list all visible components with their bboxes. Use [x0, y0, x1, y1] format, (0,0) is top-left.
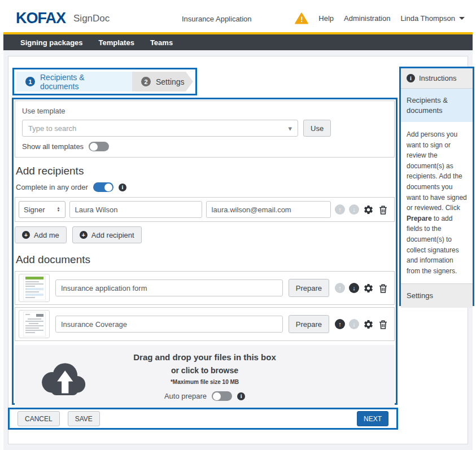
document-row: Prepare ↑ ↓: [15, 271, 395, 305]
recipient-role-select[interactable]: Signer ▲▼: [19, 201, 65, 218]
info-icon: i: [407, 74, 415, 82]
administration-link[interactable]: Administration: [344, 14, 390, 23]
use-template-panel: Use template Type to search ▾ Use Show a…: [15, 101, 395, 158]
template-search-placeholder: Type to search: [28, 124, 76, 133]
step-tabs: 1 Recipients & documents 2 Settings: [12, 68, 197, 95]
sort-arrows-icon: ▲▼: [57, 207, 60, 212]
use-template-label: Use template: [22, 107, 387, 115]
next-button[interactable]: NEXT: [357, 411, 388, 426]
add-documents-heading: Add documents: [16, 254, 394, 266]
user-name: Linda Thompson: [400, 14, 455, 23]
move-up-icon: ↑: [335, 283, 345, 293]
chevron-down-icon[interactable]: ▾: [288, 124, 292, 133]
complete-any-order-toggle[interactable]: [93, 182, 113, 192]
gear-icon[interactable]: [363, 319, 374, 330]
app-header: KOFAX SignDoc Insurance Application Help…: [3, 5, 473, 32]
kofax-logo: KOFAX: [16, 10, 65, 27]
sidebar-item-settings[interactable]: Settings: [401, 283, 473, 308]
page-background: 1 Recipients & documents 2 Settings Use …: [3, 50, 473, 450]
step-1-label: Recipients & documents: [40, 73, 123, 91]
recipient-name-field[interactable]: [69, 201, 202, 218]
move-down-icon: ↓: [349, 204, 359, 215]
save-button[interactable]: SAVE: [68, 411, 100, 426]
prepare-button[interactable]: Prepare: [289, 279, 329, 297]
product-name: SignDoc: [73, 13, 110, 24]
gear-icon[interactable]: [363, 283, 374, 294]
footer-actions: CANCEL SAVE NEXT: [8, 408, 398, 430]
move-up-icon: ↑: [335, 204, 345, 215]
tab-recipients-documents[interactable]: 1 Recipients & documents: [16, 72, 132, 91]
show-all-templates-toggle[interactable]: [89, 142, 109, 151]
cancel-button[interactable]: CANCEL: [18, 411, 60, 426]
main-navbar: Signing packages Templates Teams: [3, 34, 473, 50]
content-container: 1 Recipients & documents 2 Settings Use …: [8, 56, 468, 444]
trash-icon[interactable]: [378, 204, 388, 215]
package-title: Insurance Application: [182, 14, 252, 23]
plus-icon: +: [22, 231, 30, 239]
trash-icon[interactable]: [378, 283, 388, 294]
add-me-button[interactable]: + Add me: [15, 226, 67, 243]
auto-prepare-toggle[interactable]: [212, 391, 232, 401]
info-icon[interactable]: i: [119, 184, 126, 191]
document-row: Prepare ↑ ↓: [15, 307, 395, 341]
prepare-button[interactable]: Prepare: [289, 315, 329, 333]
gear-icon[interactable]: [363, 204, 374, 215]
instructions-header: i Instructions: [401, 68, 473, 89]
tab-settings[interactable]: 2 Settings: [132, 72, 193, 91]
use-template-button[interactable]: Use: [303, 120, 331, 137]
chevron-down-icon: [459, 17, 465, 20]
add-recipient-button[interactable]: + Add recipient: [72, 226, 142, 243]
step-1-badge: 1: [25, 77, 35, 86]
nav-templates[interactable]: Templates: [99, 38, 134, 47]
instructions-sidebar: i Instructions Recipients & documents Ad…: [399, 67, 474, 306]
nav-teams[interactable]: Teams: [150, 38, 173, 47]
template-search-input[interactable]: Type to search ▾: [22, 120, 298, 137]
instructions-body: Add persons you want to sign or review t…: [401, 122, 473, 283]
recipient-row: Signer ▲▼ ↑ ↓: [15, 197, 395, 222]
cloud-upload-icon: [37, 360, 87, 401]
document-thumbnail[interactable]: [19, 310, 50, 338]
document-name-field[interactable]: [55, 279, 283, 296]
help-link[interactable]: Help: [318, 14, 334, 23]
app-frame: KOFAX SignDoc Insurance Application Help…: [3, 5, 473, 450]
instructions-title: Instructions: [419, 74, 456, 82]
sidebar-item-recipients-documents[interactable]: Recipients & documents: [401, 89, 473, 122]
recipient-role-value: Signer: [24, 206, 45, 214]
recipient-email-field[interactable]: [206, 201, 331, 218]
step-2-badge: 2: [141, 77, 151, 86]
move-down-icon[interactable]: ↓: [349, 283, 359, 293]
trash-icon[interactable]: [378, 319, 388, 330]
plus-icon: +: [80, 231, 88, 239]
warning-icon[interactable]: [295, 12, 308, 24]
move-up-icon[interactable]: ↑: [335, 319, 345, 329]
move-down-icon: ↓: [349, 319, 359, 329]
file-dropzone[interactable]: Drag and drop your files in this box or …: [15, 345, 395, 416]
main-form: Use template Type to search ▾ Use Show a…: [12, 98, 398, 405]
document-thumbnail[interactable]: [19, 274, 50, 302]
user-menu[interactable]: Linda Thompson: [400, 14, 465, 23]
info-icon[interactable]: i: [237, 392, 245, 400]
show-all-templates-label: Show all templates: [22, 142, 84, 151]
document-name-field[interactable]: [55, 316, 283, 333]
add-recipients-heading: Add recipients: [16, 165, 394, 177]
complete-any-order-label: Complete in any order: [16, 183, 88, 191]
step-2-label: Settings: [156, 77, 185, 86]
auto-prepare-label: Auto prepare: [164, 392, 207, 400]
nav-signing-packages[interactable]: Signing packages: [20, 38, 83, 47]
